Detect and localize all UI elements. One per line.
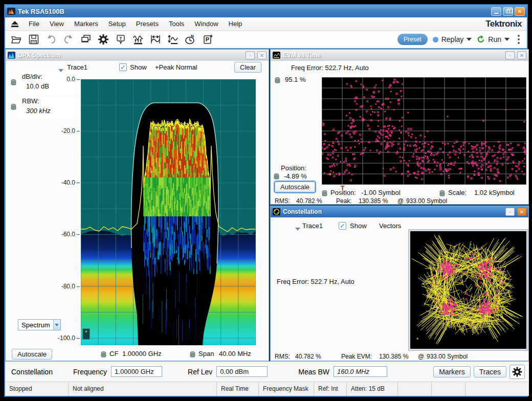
settings-gear-icon[interactable] [96, 32, 110, 47]
constellation-close-button[interactable]: ✕ [517, 208, 526, 216]
knob-icon[interactable] [274, 172, 279, 182]
marker-tag-icon[interactable]: T [114, 32, 128, 47]
dpx-close-button[interactable]: ✕ [257, 51, 267, 59]
evm-top-scale-value[interactable]: 95.1 % [285, 76, 305, 83]
dpx-ytick-2: -40.0 [53, 179, 75, 186]
app-window: Tek RSA5100B ✕ File View Markers Setup P… [4, 4, 528, 397]
dpx-spectrum-plot[interactable]: * [81, 79, 256, 345]
menu-help[interactable]: Help [224, 18, 248, 30]
dpx-span-label: Span [198, 350, 214, 358]
dpx-dbdiv-value[interactable]: 10.0 dB [26, 82, 49, 90]
meas-bw-label: Meas BW [298, 368, 329, 376]
menu-setup[interactable]: Setup [103, 18, 131, 30]
open-folder-icon[interactable] [9, 32, 24, 47]
const-peak-label: Peak EVM: [341, 353, 372, 360]
evm-xscale-value[interactable]: 1.02 kSymbol [474, 189, 515, 196]
eject-icon[interactable] [5, 21, 24, 27]
const-at-value: 933.00 Symbol [427, 353, 468, 360]
evm-close-button[interactable]: ✕ [517, 51, 526, 59]
status-attenuation: Atten: 15 dB [347, 382, 398, 396]
const-show-checkbox[interactable]: ✓ [339, 222, 346, 230]
preset-button[interactable]: Preset [397, 34, 428, 45]
combo-dropdown-icon[interactable] [53, 320, 60, 330]
replay-control[interactable]: Replay [433, 35, 472, 43]
const-show-label: Show [350, 222, 367, 230]
replay-dropdown-icon[interactable] [467, 38, 472, 41]
evm-panel-header[interactable]: EVM vs Time ▫ ✕ [271, 50, 528, 61]
dpx-ytick-5: -100.0 [53, 335, 75, 342]
window-title: Tek RSA5100B [18, 8, 490, 15]
gear-icon [512, 366, 523, 377]
menu-tools[interactable]: Tools [164, 18, 189, 30]
evm-xscale-label: Scale: [448, 189, 467, 196]
knob-icon[interactable] [275, 76, 280, 85]
menu-presets[interactable]: Presets [131, 18, 164, 30]
displays-icon[interactable] [79, 32, 93, 47]
restore-button[interactable] [503, 7, 513, 16]
svg-text:T: T [119, 36, 122, 41]
redo-icon[interactable] [61, 32, 76, 47]
markers-button[interactable]: Markers [433, 366, 471, 377]
amplitude-icon[interactable] [166, 32, 180, 47]
dpx-detection-label[interactable]: +Peak Normal [155, 63, 197, 71]
constellation-restore-button[interactable]: ▫ [505, 208, 515, 216]
more-options-icon[interactable] [515, 35, 523, 44]
dpx-rbw-value[interactable]: 300 kHz [26, 107, 51, 115]
settings-gear-button[interactable] [509, 365, 525, 379]
knob-icon[interactable] [190, 350, 195, 360]
evm-position-value[interactable]: -4.89 % [284, 172, 307, 180]
frequency-field[interactable]: 1.00000 GHz [111, 366, 162, 377]
menu-window[interactable]: Window [189, 18, 223, 30]
knob-icon[interactable] [322, 189, 327, 198]
knob-icon[interactable] [101, 350, 106, 360]
constellation-plot[interactable]: * [410, 231, 526, 349]
evm-scatter-plot[interactable]: * [322, 77, 526, 185]
dpx-autoscale-button[interactable]: Autoscale [12, 349, 52, 360]
span-arrows-icon[interactable] [148, 32, 163, 47]
dpx-show-checkbox[interactable]: ✓ [119, 63, 127, 71]
evm-xpos-value[interactable]: -1.00 Symbol [361, 189, 401, 196]
save-icon[interactable] [27, 32, 41, 47]
active-measurement-label: Constellation [11, 368, 53, 376]
knob-icon[interactable] [11, 103, 16, 112]
const-trace-chevron-icon[interactable] [295, 224, 300, 233]
dpx-span-value[interactable]: 40.00 MHz [219, 350, 251, 358]
menu-file[interactable]: File [24, 18, 45, 30]
dpx-display-mode-value: Spectrum [18, 321, 53, 329]
status-empty-1 [398, 382, 432, 396]
measurement-control-bar: Constellation Frequency 1.00000 GHz Ref … [5, 361, 529, 382]
spectrum-arrows-icon[interactable] [131, 32, 145, 47]
menu-markers[interactable]: Markers [69, 18, 103, 30]
traces-button[interactable]: Traces [474, 366, 506, 377]
close-button[interactable]: ✕ [515, 7, 525, 16]
evm-rms-label: RMS: [275, 197, 290, 205]
menu-view[interactable]: View [45, 18, 69, 30]
run-dropdown-icon[interactable] [504, 38, 509, 41]
meas-bw-field[interactable]: 160.0 MHz [334, 366, 387, 377]
svg-text:P: P [206, 36, 209, 42]
dpx-cf-value[interactable]: 1.00000 GHz [122, 350, 162, 358]
undo-icon[interactable] [44, 32, 58, 47]
constellation-panel-header[interactable]: Constellation ▫ ✕ [271, 206, 528, 217]
dpx-panel-header[interactable]: DPX Spectrum ▫ ✕ [6, 50, 269, 61]
const-vectors-label[interactable]: Vectors [379, 222, 401, 230]
dpx-trace-label[interactable]: Trace1 [67, 63, 87, 71]
dpx-show-label: Show [130, 63, 147, 71]
acquisition-clock-icon[interactable]: N [183, 32, 197, 47]
dpx-restore-button[interactable]: ▫ [246, 51, 255, 59]
evm-panel: EVM vs Time ▫ ✕ Freq Error: 522.7 Hz, Au… [270, 49, 529, 205]
knob-icon[interactable] [11, 78, 16, 87]
run-control[interactable]: Run [477, 35, 509, 43]
dpx-ytick-1: -20.0 [53, 127, 75, 135]
tektronix-logo: Tektronix [485, 19, 522, 29]
evm-restore-button[interactable]: ▫ [505, 51, 515, 59]
evm-autoscale-button[interactable]: Autoscale [275, 182, 315, 192]
run-label: Run [488, 35, 501, 43]
preset-save-icon[interactable]: P [201, 32, 215, 47]
const-trace-label[interactable]: Trace1 [302, 222, 323, 230]
const-rms-value: 40.782 % [295, 353, 321, 360]
dpx-clear-button[interactable]: Clear [234, 62, 261, 73]
minimize-button[interactable] [491, 7, 501, 16]
ref-lev-field[interactable]: 0.00 dBm [216, 366, 268, 377]
dpx-display-mode-combo[interactable]: Spectrum [18, 319, 61, 330]
